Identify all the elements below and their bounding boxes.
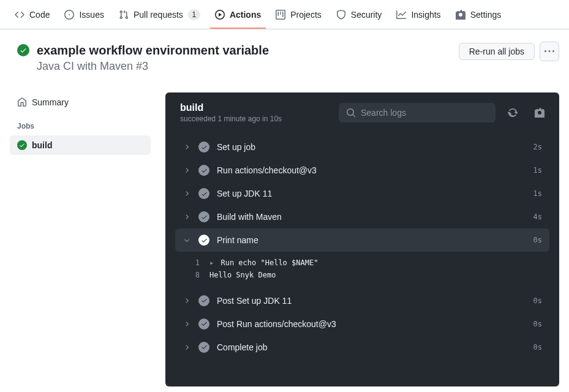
tab-label: Pull requests — [134, 10, 183, 20]
step-duration: 0s — [533, 343, 542, 352]
chevron-right-icon — [183, 344, 191, 351]
step-row[interactable]: Run actions/checkout@v31s — [175, 159, 549, 182]
step-duration: 0s — [533, 320, 542, 328]
step-row[interactable]: Print name0s — [175, 228, 549, 252]
log-line: 1▸ Run echo "Hello $NAME" — [183, 257, 542, 269]
step-row[interactable]: Complete job0s — [175, 336, 549, 359]
tab-insights[interactable]: Insights — [391, 0, 445, 29]
search-logs-input-wrap[interactable] — [339, 103, 496, 123]
tab-issues[interactable]: Issues — [59, 0, 108, 29]
chevron-right-icon — [183, 213, 191, 221]
chevron-right-icon — [183, 167, 191, 174]
step-row[interactable]: Set up job2s — [175, 135, 549, 159]
shield-icon — [336, 10, 346, 20]
tab-label: Actions — [230, 10, 261, 20]
status-success-icon — [17, 140, 27, 150]
sidebar-label: build — [32, 140, 52, 150]
step-duration: 0s — [533, 236, 542, 244]
step-row[interactable]: Post Run actions/checkout@v30s — [175, 312, 549, 336]
step-duration: 1s — [533, 166, 542, 175]
play-icon — [215, 10, 225, 20]
step-duration: 2s — [533, 143, 542, 151]
step-duration: 0s — [533, 296, 542, 305]
sidebar-item-build[interactable]: build — [10, 135, 151, 155]
status-success-icon — [198, 188, 209, 199]
project-icon — [276, 10, 285, 20]
sidebar-label: Summary — [32, 97, 69, 107]
more-actions-button[interactable] — [540, 42, 559, 61]
step-name: Set up JDK 11 — [217, 189, 526, 198]
step-name: Complete job — [217, 342, 526, 352]
step-row[interactable]: Set up JDK 111s — [175, 182, 549, 205]
steps-list: Set up job2sRun actions/checkout@v31sSet… — [165, 135, 559, 374]
step-name: Print name — [217, 235, 526, 245]
git-pull-request-icon — [119, 10, 129, 20]
tab-projects[interactable]: Projects — [271, 0, 326, 29]
status-success-icon — [198, 235, 209, 246]
chevron-right-icon — [183, 297, 191, 304]
disclosure-caret-icon: ▸ — [209, 258, 214, 267]
chevron-right-icon — [183, 143, 191, 151]
workflow-header: example workflow environment variable Ja… — [0, 29, 569, 73]
title-block: example workflow environment variable Ja… — [17, 42, 269, 73]
rerun-all-jobs-button[interactable]: Re-run all jobs — [459, 43, 535, 60]
tab-security[interactable]: Security — [331, 0, 387, 29]
step-duration: 4s — [533, 213, 542, 221]
log-line: 8Hello Snyk Demo — [183, 269, 542, 281]
chevron-down-icon — [183, 236, 191, 244]
search-logs-input[interactable] — [361, 108, 488, 118]
step-name: Set up job — [217, 142, 526, 152]
tab-pull-requests[interactable]: Pull requests 1 — [114, 0, 205, 29]
tab-label: Code — [29, 10, 50, 20]
status-success-icon — [198, 141, 209, 153]
job-log-panel: build succeeded 1 minute ago in 10s Set … — [165, 92, 559, 386]
tab-label: Issues — [79, 10, 104, 20]
step-duration: 1s — [533, 189, 542, 198]
pr-count-badge: 1 — [188, 9, 200, 20]
status-success-icon — [198, 211, 209, 222]
status-success-icon — [198, 165, 209, 176]
step-name: Post Set up JDK 11 — [217, 296, 526, 306]
tab-code[interactable]: Code — [10, 0, 55, 29]
step-row[interactable]: Build with Maven4s — [175, 205, 549, 228]
status-success-icon — [198, 342, 209, 353]
refresh-button[interactable] — [503, 103, 522, 123]
step-name: Run actions/checkout@v3 — [217, 165, 526, 175]
home-icon — [17, 97, 27, 107]
sidebar-item-summary[interactable]: Summary — [10, 92, 151, 112]
sync-icon — [508, 108, 518, 118]
tab-label: Settings — [470, 10, 502, 20]
tab-actions[interactable]: Actions — [210, 0, 266, 29]
workflow-title: example workflow environment variable — [37, 42, 269, 59]
sidebar: Summary Jobs build — [10, 92, 151, 155]
status-success-icon — [198, 295, 209, 306]
job-title: build — [180, 102, 282, 113]
chevron-right-icon — [183, 320, 191, 328]
status-success-icon — [198, 318, 209, 330]
status-success-icon — [17, 44, 29, 56]
settings-button[interactable] — [530, 103, 549, 123]
step-name: Post Run actions/checkout@v3 — [217, 319, 526, 329]
gear-icon — [535, 108, 545, 118]
tab-label: Security — [351, 10, 382, 20]
log-line-text: Hello Snyk Demo — [209, 269, 276, 281]
issue-icon — [64, 10, 74, 20]
log-output: 1▸ Run echo "Hello $NAME"8Hello Snyk Dem… — [175, 252, 549, 289]
job-subtitle: succeeded 1 minute ago in 10s — [180, 115, 282, 123]
log-line-number: 8 — [183, 269, 200, 281]
log-line-text: ▸ Run echo "Hello $NAME" — [209, 257, 318, 269]
kebab-horizontal-icon — [545, 47, 554, 56]
gear-icon — [456, 10, 465, 20]
step-name: Build with Maven — [217, 212, 526, 222]
workflow-subtitle: Java CI with Maven #3 — [37, 60, 269, 73]
sidebar-jobs-heading: Jobs — [10, 112, 151, 135]
graph-icon — [396, 10, 406, 20]
code-icon — [15, 10, 24, 20]
step-row[interactable]: Post Set up JDK 110s — [175, 289, 549, 312]
tab-label: Insights — [411, 10, 440, 20]
search-icon — [346, 108, 356, 118]
chevron-right-icon — [183, 190, 191, 197]
tab-settings[interactable]: Settings — [451, 0, 507, 29]
repo-tabs: Code Issues Pull requests 1 Actions Proj… — [0, 0, 569, 29]
log-line-number: 1 — [183, 257, 200, 269]
